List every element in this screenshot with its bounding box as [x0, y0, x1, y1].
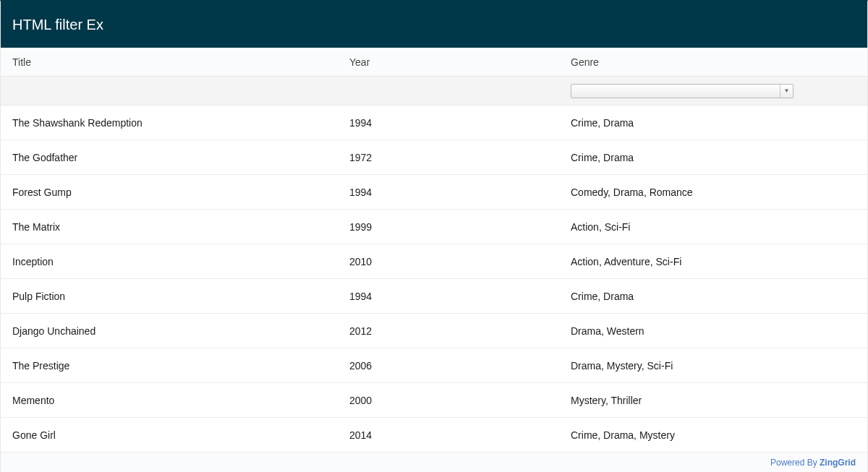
- cell-title: Forest Gump: [1, 186, 338, 198]
- cell-year: 2000: [338, 395, 559, 406]
- filter-cell-genre: [559, 77, 867, 105]
- cell-year: 1994: [338, 117, 559, 129]
- column-header-genre[interactable]: Genre: [559, 56, 867, 68]
- cell-genre: Comedy, Drama, Romance: [559, 186, 867, 198]
- cell-year: 2006: [338, 360, 559, 372]
- table-row[interactable]: The Matrix1999Action, Sci-Fi: [1, 210, 867, 244]
- column-header-year-text: Year: [349, 56, 370, 68]
- column-header-row: Title Year Genre: [1, 48, 867, 77]
- cell-genre: Crime, Drama: [559, 152, 867, 163]
- column-header-title-text: Title: [12, 56, 31, 68]
- table-row[interactable]: The Prestige2006Drama, Mystery, Sci-Fi: [1, 348, 867, 383]
- cell-year: 2010: [338, 256, 559, 267]
- cell-year: 1999: [338, 221, 559, 233]
- grid-footer: Powered By ZingGrid: [1, 452, 867, 472]
- table-row[interactable]: Inception2010Action, Adventure, Sci-Fi: [1, 244, 867, 279]
- cell-title: Memento: [1, 395, 338, 406]
- table-row[interactable]: The Godfather1972Crime, Drama: [1, 140, 867, 175]
- grid-caption-text: HTML filter Ex: [12, 17, 103, 33]
- filter-cell-title: [1, 77, 338, 105]
- cell-genre: Crime, Drama: [559, 291, 867, 302]
- table-row[interactable]: Gone Girl2014Crime, Drama, Mystery: [1, 418, 867, 452]
- cell-genre: Crime, Drama, Mystery: [559, 429, 867, 441]
- cell-title: The Prestige: [1, 360, 338, 372]
- grid-caption: HTML filter Ex: [1, 1, 867, 48]
- chevron-down-icon: [780, 85, 793, 98]
- cell-year: 2014: [338, 429, 559, 441]
- cell-genre: Action, Sci-Fi: [559, 221, 867, 233]
- cell-genre: Crime, Drama: [559, 117, 867, 129]
- filter-row: [1, 77, 867, 106]
- cell-year: 1994: [338, 186, 559, 198]
- cell-genre: Action, Adventure, Sci-Fi: [559, 256, 867, 267]
- cell-title: Django Unchained: [1, 325, 338, 337]
- powered-by-text: Powered By: [770, 458, 820, 468]
- table-body: The Shawshank Redemption1994Crime, Drama…: [1, 106, 867, 452]
- cell-year: 1994: [338, 291, 559, 302]
- table-row[interactable]: Pulp Fiction1994Crime, Drama: [1, 279, 867, 314]
- table-row[interactable]: Memento2000Mystery, Thriller: [1, 383, 867, 418]
- table-row[interactable]: Forest Gump1994Comedy, Drama, Romance: [1, 175, 867, 210]
- column-header-title[interactable]: Title: [1, 56, 338, 68]
- cell-title: The Shawshank Redemption: [1, 117, 338, 129]
- cell-genre: Drama, Mystery, Sci-Fi: [559, 360, 867, 372]
- column-header-genre-text: Genre: [571, 56, 599, 68]
- cell-year: 1972: [338, 152, 559, 163]
- filter-cell-year: [338, 77, 559, 105]
- cell-title: The Godfather: [1, 152, 338, 163]
- cell-title: The Matrix: [1, 221, 338, 233]
- table-row[interactable]: Django Unchained2012Drama, Western: [1, 314, 867, 348]
- data-grid: HTML filter Ex Title Year Genre The Shaw…: [0, 0, 868, 472]
- cell-genre: Mystery, Thriller: [559, 395, 867, 406]
- powered-by-brand: ZingGrid: [820, 458, 856, 468]
- cell-year: 2012: [338, 325, 559, 337]
- cell-title: Inception: [1, 256, 338, 267]
- cell-title: Gone Girl: [1, 429, 338, 441]
- genre-filter-dropdown[interactable]: [571, 84, 793, 98]
- table-row[interactable]: The Shawshank Redemption1994Crime, Drama: [1, 106, 867, 140]
- column-header-year[interactable]: Year: [338, 56, 559, 68]
- powered-by-link[interactable]: Powered By ZingGrid: [770, 458, 856, 468]
- cell-genre: Drama, Western: [559, 325, 867, 337]
- cell-title: Pulp Fiction: [1, 291, 338, 302]
